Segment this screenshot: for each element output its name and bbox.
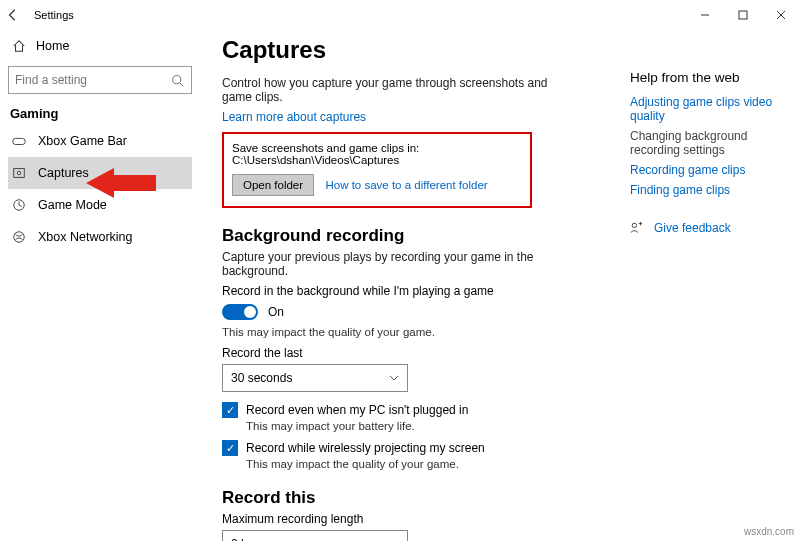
svg-line-5 [180,82,183,85]
feedback-icon [630,221,644,235]
max-len-select[interactable]: 2 hours [222,530,408,541]
nav-xbox-networking[interactable]: Xbox Networking [8,221,192,253]
window-title: Settings [34,9,74,21]
max-len-value: 2 hours [231,537,271,541]
bg-record-toggle[interactable] [222,304,258,320]
help-link-recording[interactable]: Recording game clips [630,163,786,177]
watermark: wsxdn.com [744,526,794,537]
home-nav[interactable]: Home [8,30,192,62]
search-box[interactable] [8,66,192,94]
search-icon [171,74,191,87]
minimize-button[interactable] [686,0,724,30]
bg-toggle-label: Record in the background while I'm playi… [222,284,620,298]
feedback-label: Give feedback [654,221,731,235]
help-link-finding[interactable]: Finding game clips [630,183,786,197]
close-button[interactable] [762,0,800,30]
nav-xbox-game-bar[interactable]: Xbox Game Bar [8,125,192,157]
different-folder-link[interactable]: How to save to a different folder [325,179,487,191]
sidebar: Home Gaming Xbox Game Bar Captures Game … [0,30,200,541]
svg-point-8 [17,171,21,175]
page-heading: Captures [222,36,620,64]
captures-icon [12,166,28,180]
home-icon [12,39,26,53]
svg-point-10 [14,232,25,243]
help-link-quality[interactable]: Adjusting game clips video quality [630,95,786,123]
toggle-state: On [268,305,284,319]
gamepad-icon [12,134,28,148]
cb-plugged-in-label: Record even when my PC isn't plugged in [246,403,468,417]
chevron-down-icon [389,373,399,383]
give-feedback-link[interactable]: Give feedback [630,221,786,235]
record-last-select[interactable]: 30 seconds [222,364,408,392]
cb2-warn: This may impact the quality of your game… [246,458,620,470]
help-heading: Help from the web [630,70,786,85]
nav-label: Xbox Networking [38,230,133,244]
record-last-label: Record the last [222,346,620,360]
cb-wireless-label: Record while wirelessly projecting my sc… [246,441,485,455]
bg-warn: This may impact the quality of your game… [222,326,620,338]
nav-label: Xbox Game Bar [38,134,127,148]
home-label: Home [36,39,69,53]
cb-plugged-in[interactable]: ✓ [222,402,238,418]
maximize-button[interactable] [724,0,762,30]
svg-rect-6 [13,138,25,144]
svg-rect-1 [739,11,747,19]
xbox-icon [12,230,28,244]
max-len-label: Maximum recording length [222,512,620,526]
cb-wireless-project[interactable]: ✓ [222,440,238,456]
search-input[interactable] [9,67,171,93]
svg-point-4 [173,75,181,83]
help-panel: Help from the web Adjusting game clips v… [630,30,800,541]
gamemode-icon [12,198,28,212]
learn-more-link[interactable]: Learn more about captures [222,110,366,124]
bg-recording-desc: Capture your previous plays by recording… [222,250,602,278]
back-button[interactable] [6,8,26,22]
svg-rect-7 [14,169,25,178]
record-last-value: 30 seconds [231,371,292,385]
help-text-bg: Changing background recording settings [630,129,786,157]
bg-recording-heading: Background recording [222,226,620,246]
svg-point-11 [632,223,636,227]
title-bar: Settings [0,0,800,30]
save-path-text: Save screenshots and game clips in: C:\U… [232,142,522,166]
cb1-warn: This may impact your battery life. [246,420,620,432]
open-folder-button[interactable]: Open folder [232,174,314,196]
intro-text: Control how you capture your game throug… [222,76,562,104]
nav-label: Captures [38,166,89,180]
section-gaming: Gaming [10,106,192,121]
record-this-heading: Record this [222,488,620,508]
main-content: Captures Control how you capture your ga… [200,30,630,541]
nav-label: Game Mode [38,198,107,212]
nav-game-mode[interactable]: Game Mode [8,189,192,221]
nav-captures[interactable]: Captures [8,157,192,189]
save-location-box: Save screenshots and game clips in: C:\U… [222,132,532,208]
